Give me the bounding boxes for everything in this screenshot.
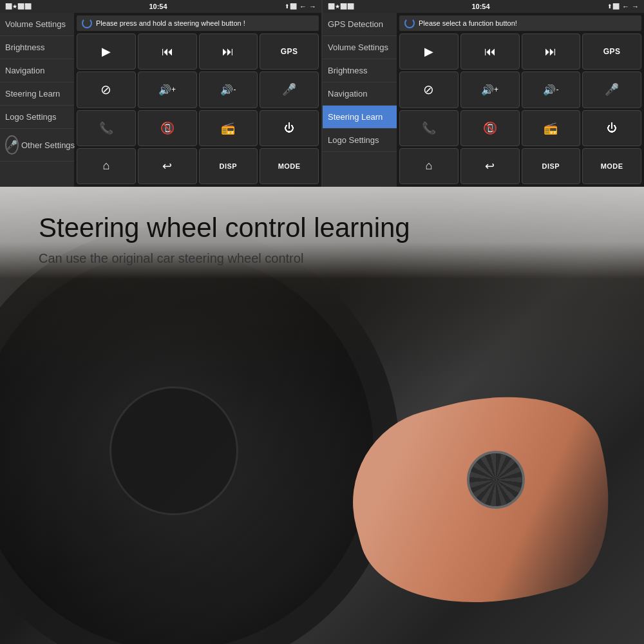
left-panel: ⬜★⬜⬜ 10:54 ⬆⬜ ← → Volume Settings Bright…: [0, 0, 321, 187]
text-overlay: Steering wheel control learning Can use …: [0, 187, 644, 279]
btn-phoneend-left[interactable]: 📵: [138, 110, 197, 146]
btn-prev-left[interactable]: ⏮: [138, 33, 197, 70]
btn-power-left[interactable]: ⏻: [260, 110, 319, 146]
left-status-bar: ⬜★⬜⬜ 10:54 ⬆⬜ ← →: [0, 0, 321, 13]
right-button-grid: ▶ ⏮ ⏭ GPS ⊘ 🔊+ 🔊- 🎤 📞 📵 📻 ⏻ ⌂ ↩: [399, 33, 641, 184]
btn-mic-right[interactable]: 🎤: [582, 71, 641, 108]
right-notification-bar: Please select a function button!: [399, 15, 641, 31]
left-sidebar: Volume Settings Brightness Navigation St…: [0, 13, 74, 187]
btn-radio-right[interactable]: 📻: [522, 110, 581, 146]
right-bt-icon: ⬆⬜: [607, 3, 620, 10]
right-panel-body: GPS Detection Volume Settings Brightness…: [323, 13, 644, 187]
left-time: 10:54: [149, 3, 167, 10]
left-content-area: Please press and hold a steering wheel b…: [74, 13, 321, 187]
btn-next-left[interactable]: ⏭: [199, 33, 258, 70]
sidebar-item-logo-settings[interactable]: Logo Settings: [0, 106, 74, 129]
btn-voldown-left[interactable]: 🔊-: [199, 71, 258, 108]
sidebar-item-brightness-r[interactable]: Brightness: [323, 59, 397, 82]
other-settings-label: Other Settings: [21, 140, 75, 150]
sidebar-item-volume-settings-r[interactable]: Volume Settings: [323, 36, 397, 59]
left-notification-text: Please press and hold a steering wheel b…: [96, 19, 245, 27]
sidebar-item-volume-settings[interactable]: Volume Settings: [0, 13, 74, 36]
wheel-center: [109, 386, 238, 515]
btn-phone-left[interactable]: 📞: [77, 110, 136, 146]
right-panel: ⬜★⬜⬜ 10:54 ⬆⬜ ← → GPS Detection Volume S…: [321, 0, 644, 187]
btn-play-right[interactable]: ▶: [399, 33, 459, 70]
btn-back-left[interactable]: ↩: [138, 148, 197, 184]
btn-mode-left[interactable]: MODE: [260, 148, 319, 184]
left-notification-bar: Please press and hold a steering wheel b…: [77, 15, 319, 31]
btn-nosymbol-right[interactable]: ⊘: [399, 71, 459, 108]
btn-phone-right[interactable]: 📞: [399, 110, 459, 146]
sidebar-item-gps-detection[interactable]: GPS Detection: [323, 13, 397, 36]
right-status-bar: ⬜★⬜⬜ 10:54 ⬆⬜ ← →: [323, 0, 644, 13]
btn-radio-left[interactable]: 📻: [199, 110, 258, 146]
sidebar-item-steering-learn-r[interactable]: Steering Learn: [323, 106, 397, 129]
sidebar-item-navigation[interactable]: Navigation: [0, 59, 74, 82]
top-section: ⬜★⬜⬜ 10:54 ⬆⬜ ← → Volume Settings Bright…: [0, 0, 644, 187]
left-button-grid: ▶ ⏮ ⏭ GPS ⊘ 🔊+ 🔊- 🎤 📞 📵 📻 ⏻ ⌂ ↩: [77, 33, 319, 184]
steering-background: Steering wheel control learning Can use …: [0, 187, 644, 644]
btn-power-right[interactable]: ⏻: [582, 110, 641, 146]
btn-disp-left[interactable]: DISP: [199, 148, 258, 184]
right-status-right-icons: ⬆⬜ ← →: [607, 3, 639, 10]
right-status-left-icons: ⬜★⬜⬜: [328, 3, 354, 10]
btn-disp-right[interactable]: DISP: [522, 148, 581, 184]
main-heading: Steering wheel control learning: [39, 213, 605, 243]
left-panel-body: Volume Settings Brightness Navigation St…: [0, 13, 321, 187]
right-fwd-icon: →: [632, 3, 639, 10]
fwd-icon: →: [309, 3, 316, 10]
btn-prev-right[interactable]: ⏮: [460, 33, 520, 70]
btn-mic-left[interactable]: 🎤: [260, 71, 319, 108]
btn-home-right[interactable]: ⌂: [399, 148, 459, 184]
sidebar-item-navigation-r[interactable]: Navigation: [323, 82, 397, 106]
back-icon: ←: [299, 3, 307, 10]
btn-gps-right[interactable]: GPS: [582, 33, 641, 70]
btn-volup-left[interactable]: 🔊+: [138, 71, 197, 108]
bottom-section: Steering wheel control learning Can use …: [0, 187, 644, 644]
left-status-left-icons: ⬜★⬜⬜: [5, 3, 32, 10]
left-status-icons: ⬜★⬜⬜: [5, 3, 32, 10]
refresh-icon: [82, 18, 92, 28]
btn-back-right[interactable]: ↩: [460, 148, 520, 184]
btn-gps-left[interactable]: GPS: [260, 33, 319, 70]
right-notification-text: Please select a function button!: [419, 19, 517, 27]
right-time: 10:54: [471, 3, 489, 10]
right-back-icon: ←: [622, 3, 629, 10]
bt-icon: ⬆⬜: [285, 3, 297, 10]
btn-play-left[interactable]: ▶: [77, 33, 136, 70]
mic-icon: 🎤: [5, 135, 19, 155]
right-content-area: Please select a function button! ▶ ⏮ ⏭ G…: [397, 13, 644, 187]
knob-ridges: [469, 453, 522, 506]
page-container: ⬜★⬜⬜ 10:54 ⬆⬜ ← → Volume Settings Bright…: [0, 0, 644, 644]
btn-phoneend-right[interactable]: 📵: [460, 110, 520, 146]
sidebar-item-brightness[interactable]: Brightness: [0, 36, 74, 59]
sub-heading: Can use the original car steering wheel …: [39, 251, 605, 266]
btn-mode-right[interactable]: MODE: [582, 148, 641, 184]
btn-nosymbol-left[interactable]: ⊘: [77, 71, 136, 108]
right-refresh-icon: [404, 18, 415, 28]
btn-volup-right[interactable]: 🔊+: [460, 71, 520, 108]
right-status-icons: ⬜★⬜⬜: [328, 3, 354, 10]
right-sidebar: GPS Detection Volume Settings Brightness…: [323, 13, 397, 187]
left-status-right-icons: ⬆⬜ ← →: [285, 3, 316, 10]
sidebar-item-logo-settings-r[interactable]: Logo Settings: [323, 129, 397, 152]
wheel-knob: [467, 451, 525, 509]
btn-next-right[interactable]: ⏭: [522, 33, 581, 70]
btn-home-left[interactable]: ⌂: [77, 148, 136, 184]
sidebar-item-steering-learn[interactable]: Steering Learn: [0, 82, 74, 106]
sidebar-item-other-settings[interactable]: 🎤 Other Settings: [0, 129, 74, 162]
btn-voldown-right[interactable]: 🔊-: [522, 71, 581, 108]
